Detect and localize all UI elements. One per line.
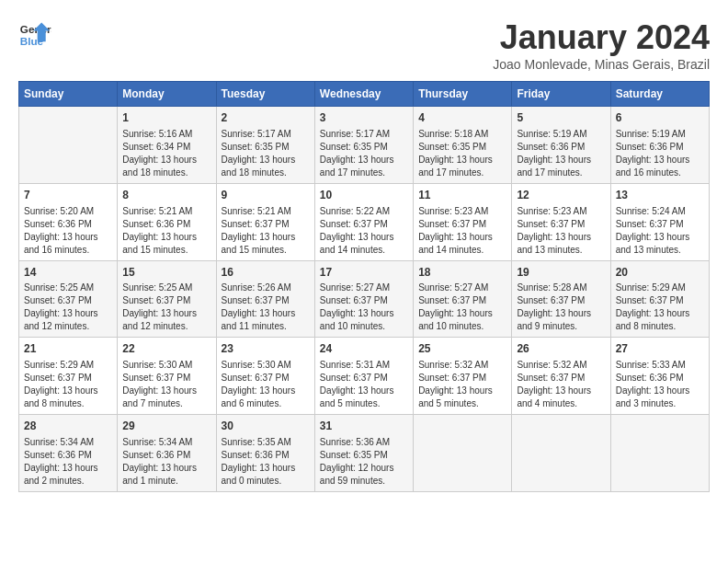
- day-content: Sunrise: 5:27 AMSunset: 6:37 PMDaylight:…: [418, 282, 506, 333]
- calendar-table: SundayMondayTuesdayWednesdayThursdayFrid…: [18, 81, 710, 492]
- day-number: 15: [122, 265, 210, 281]
- calendar-cell: 9Sunrise: 5:21 AMSunset: 6:37 PMDaylight…: [216, 183, 314, 260]
- day-number: 21: [24, 341, 112, 357]
- calendar-cell: 17Sunrise: 5:27 AMSunset: 6:37 PMDayligh…: [314, 260, 413, 338]
- day-number: 19: [517, 265, 605, 281]
- calendar-cell: 20Sunrise: 5:29 AMSunset: 6:37 PMDayligh…: [610, 260, 709, 338]
- calendar-cell: 30Sunrise: 5:35 AMSunset: 6:36 PMDayligh…: [216, 415, 314, 492]
- calendar-cell: 29Sunrise: 5:34 AMSunset: 6:36 PMDayligh…: [118, 415, 216, 492]
- weekday-header-sunday: Sunday: [19, 82, 118, 107]
- day-content: Sunrise: 5:30 AMSunset: 6:37 PMDaylight:…: [222, 359, 310, 410]
- calendar-cell: 6Sunrise: 5:19 AMSunset: 6:36 PMDaylight…: [610, 107, 709, 184]
- day-content: Sunrise: 5:17 AMSunset: 6:35 PMDaylight:…: [320, 128, 408, 179]
- calendar-cell: 10Sunrise: 5:22 AMSunset: 6:37 PMDayligh…: [314, 183, 413, 260]
- calendar-cell: 26Sunrise: 5:32 AMSunset: 6:37 PMDayligh…: [512, 338, 610, 415]
- day-content: Sunrise: 5:22 AMSunset: 6:37 PMDaylight:…: [320, 205, 408, 257]
- day-number: 16: [222, 265, 310, 281]
- day-content: Sunrise: 5:34 AMSunset: 6:36 PMDaylight:…: [24, 436, 112, 488]
- calendar-cell: 18Sunrise: 5:27 AMSunset: 6:37 PMDayligh…: [414, 260, 512, 338]
- day-number: 20: [616, 265, 704, 281]
- day-content: Sunrise: 5:29 AMSunset: 6:37 PMDaylight:…: [24, 359, 112, 410]
- day-number: 25: [418, 341, 506, 357]
- calendar-cell: 16Sunrise: 5:26 AMSunset: 6:37 PMDayligh…: [216, 260, 314, 338]
- day-number: 3: [320, 110, 408, 126]
- calendar-cell: 1Sunrise: 5:16 AMSunset: 6:34 PMDaylight…: [118, 107, 216, 184]
- day-content: Sunrise: 5:33 AMSunset: 6:36 PMDaylight:…: [616, 359, 704, 410]
- location-subtitle: Joao Monlevade, Minas Gerais, Brazil: [493, 57, 710, 72]
- day-number: 30: [222, 419, 310, 434]
- calendar-cell: 19Sunrise: 5:28 AMSunset: 6:37 PMDayligh…: [512, 260, 610, 338]
- calendar-cell: 12Sunrise: 5:23 AMSunset: 6:37 PMDayligh…: [512, 183, 610, 260]
- day-content: Sunrise: 5:34 AMSunset: 6:36 PMDaylight:…: [122, 436, 210, 488]
- day-content: Sunrise: 5:24 AMSunset: 6:37 PMDaylight:…: [616, 205, 704, 257]
- day-content: Sunrise: 5:26 AMSunset: 6:37 PMDaylight:…: [222, 282, 310, 333]
- calendar-cell: [414, 415, 512, 492]
- logo: General Blue: [18, 18, 51, 52]
- day-content: Sunrise: 5:25 AMSunset: 6:37 PMDaylight:…: [24, 282, 112, 333]
- weekday-header-thursday: Thursday: [414, 82, 512, 107]
- day-number: 9: [222, 188, 310, 203]
- day-content: Sunrise: 5:27 AMSunset: 6:37 PMDaylight:…: [320, 282, 408, 333]
- day-number: 31: [320, 419, 408, 434]
- calendar-cell: [19, 107, 118, 184]
- weekday-header-friday: Friday: [512, 82, 610, 107]
- day-content: Sunrise: 5:29 AMSunset: 6:37 PMDaylight:…: [616, 282, 704, 333]
- calendar-cell: 11Sunrise: 5:23 AMSunset: 6:37 PMDayligh…: [414, 183, 512, 260]
- calendar-cell: 4Sunrise: 5:18 AMSunset: 6:35 PMDaylight…: [414, 107, 512, 184]
- weekday-header-saturday: Saturday: [610, 82, 709, 107]
- day-content: Sunrise: 5:16 AMSunset: 6:34 PMDaylight:…: [122, 128, 210, 179]
- day-number: 23: [222, 341, 310, 357]
- calendar-cell: 21Sunrise: 5:29 AMSunset: 6:37 PMDayligh…: [19, 338, 118, 415]
- calendar-cell: 7Sunrise: 5:20 AMSunset: 6:36 PMDaylight…: [19, 183, 118, 260]
- calendar-cell: 5Sunrise: 5:19 AMSunset: 6:36 PMDaylight…: [512, 107, 610, 184]
- day-content: Sunrise: 5:31 AMSunset: 6:37 PMDaylight:…: [320, 359, 408, 410]
- day-content: Sunrise: 5:36 AMSunset: 6:35 PMDaylight:…: [320, 436, 408, 488]
- day-number: 10: [320, 188, 408, 203]
- day-content: Sunrise: 5:32 AMSunset: 6:37 PMDaylight:…: [517, 359, 605, 410]
- day-number: 1: [122, 110, 210, 126]
- day-number: 28: [24, 419, 112, 434]
- calendar-cell: 14Sunrise: 5:25 AMSunset: 6:37 PMDayligh…: [19, 260, 118, 338]
- day-number: 8: [122, 188, 210, 203]
- day-content: Sunrise: 5:28 AMSunset: 6:37 PMDaylight:…: [517, 282, 605, 333]
- calendar-cell: [610, 415, 709, 492]
- day-number: 24: [320, 341, 408, 357]
- weekday-header-tuesday: Tuesday: [216, 82, 314, 107]
- weekday-header-monday: Monday: [118, 82, 216, 107]
- day-number: 26: [517, 341, 605, 357]
- calendar-cell: 24Sunrise: 5:31 AMSunset: 6:37 PMDayligh…: [314, 338, 413, 415]
- calendar-cell: 28Sunrise: 5:34 AMSunset: 6:36 PMDayligh…: [19, 415, 118, 492]
- calendar-cell: 3Sunrise: 5:17 AMSunset: 6:35 PMDaylight…: [314, 107, 413, 184]
- calendar-cell: [512, 415, 610, 492]
- day-content: Sunrise: 5:23 AMSunset: 6:37 PMDaylight:…: [418, 205, 506, 257]
- day-number: 4: [418, 110, 506, 126]
- day-number: 14: [24, 265, 112, 281]
- day-number: 22: [122, 341, 210, 357]
- calendar-cell: 27Sunrise: 5:33 AMSunset: 6:36 PMDayligh…: [610, 338, 709, 415]
- day-content: Sunrise: 5:18 AMSunset: 6:35 PMDaylight:…: [418, 128, 506, 179]
- calendar-cell: 22Sunrise: 5:30 AMSunset: 6:37 PMDayligh…: [118, 338, 216, 415]
- day-content: Sunrise: 5:19 AMSunset: 6:36 PMDaylight:…: [616, 128, 704, 179]
- day-number: 13: [616, 188, 704, 203]
- calendar-cell: 23Sunrise: 5:30 AMSunset: 6:37 PMDayligh…: [216, 338, 314, 415]
- calendar-cell: 25Sunrise: 5:32 AMSunset: 6:37 PMDayligh…: [414, 338, 512, 415]
- calendar-cell: 31Sunrise: 5:36 AMSunset: 6:35 PMDayligh…: [314, 415, 413, 492]
- day-number: 7: [24, 188, 112, 203]
- day-number: 2: [222, 110, 310, 126]
- calendar-cell: 2Sunrise: 5:17 AMSunset: 6:35 PMDaylight…: [216, 107, 314, 184]
- day-content: Sunrise: 5:35 AMSunset: 6:36 PMDaylight:…: [222, 436, 310, 488]
- calendar-cell: 8Sunrise: 5:21 AMSunset: 6:36 PMDaylight…: [118, 183, 216, 260]
- day-content: Sunrise: 5:30 AMSunset: 6:37 PMDaylight:…: [122, 359, 210, 410]
- day-number: 27: [616, 341, 704, 357]
- day-content: Sunrise: 5:25 AMSunset: 6:37 PMDaylight:…: [122, 282, 210, 333]
- day-number: 6: [616, 110, 704, 126]
- calendar-cell: 13Sunrise: 5:24 AMSunset: 6:37 PMDayligh…: [610, 183, 709, 260]
- weekday-header-wednesday: Wednesday: [314, 82, 413, 107]
- day-number: 11: [418, 188, 506, 203]
- day-number: 18: [418, 265, 506, 281]
- calendar-cell: 15Sunrise: 5:25 AMSunset: 6:37 PMDayligh…: [118, 260, 216, 338]
- day-content: Sunrise: 5:23 AMSunset: 6:37 PMDaylight:…: [517, 205, 605, 257]
- day-content: Sunrise: 5:19 AMSunset: 6:36 PMDaylight:…: [517, 128, 605, 179]
- day-content: Sunrise: 5:20 AMSunset: 6:36 PMDaylight:…: [24, 205, 112, 257]
- day-content: Sunrise: 5:21 AMSunset: 6:36 PMDaylight:…: [122, 205, 210, 257]
